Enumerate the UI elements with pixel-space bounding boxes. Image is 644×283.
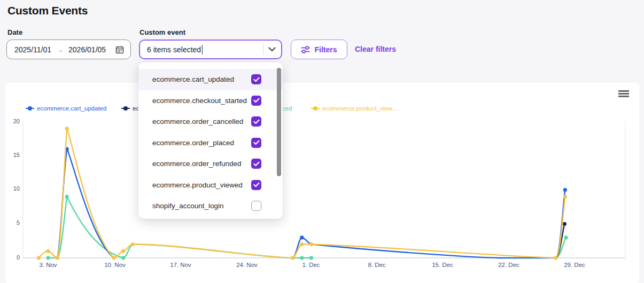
filters-button-label: Filters — [314, 45, 337, 54]
checkbox-checked[interactable] — [251, 180, 261, 190]
calendar-icon[interactable] — [115, 45, 124, 54]
custom-event-value: 6 items selected — [147, 45, 201, 54]
option-label: ecommerce.order_refunded — [152, 160, 251, 168]
checkbox-checked[interactable] — [251, 96, 261, 106]
option-label: ecommerce.checkout_started — [152, 97, 251, 105]
checkbox-unchecked[interactable] — [251, 201, 261, 211]
dropdown-option-order-placed[interactable]: ecommerce.order_placed — [138, 132, 283, 154]
line-chart-plot — [5, 83, 639, 283]
text-cursor — [202, 45, 203, 54]
checkbox-checked[interactable] — [251, 116, 261, 127]
option-label: ecommerce.cart_updated — [152, 75, 251, 83]
sliders-icon — [301, 46, 310, 53]
filters-button[interactable]: Filters — [291, 40, 347, 59]
date-end-value: 2026/01/05 — [68, 45, 106, 54]
dropdown-option-shopify-account-login[interactable]: shopify_account_login — [138, 195, 283, 217]
checkbox-checked[interactable] — [251, 159, 261, 169]
custom-event-combobox[interactable]: 6 items selected — [139, 40, 282, 59]
date-range-arrow-icon: → — [56, 45, 64, 54]
date-filter-label: Date — [7, 28, 22, 36]
chevron-down-icon[interactable] — [268, 47, 276, 52]
checkbox-checked[interactable] — [251, 74, 261, 84]
date-start-value: 2025/11/01 — [14, 45, 51, 54]
page-title: Custom Events — [7, 4, 88, 17]
dropdown-option-checkout-started[interactable]: ecommerce.checkout_started — [138, 90, 283, 112]
option-label: shopify_account_login — [152, 202, 251, 210]
dropdown-option-cart-updated[interactable]: ecommerce.cart_updated — [138, 69, 283, 90]
dropdown-scrollbar[interactable] — [277, 68, 281, 176]
option-label: ecommerce.order_cancelled — [152, 117, 251, 125]
custom-event-filter-label: Custom event — [139, 28, 185, 36]
input-divider — [263, 44, 263, 55]
date-range-input[interactable]: 2025/11/01 → 2026/01/05 — [6, 40, 131, 59]
option-label: ecommerce.product_viewed — [152, 181, 251, 189]
checkbox-checked[interactable] — [251, 138, 261, 148]
custom-event-dropdown: ecommerce.cart_updated ecommerce.checkou… — [138, 62, 283, 219]
dropdown-option-order-refunded[interactable]: ecommerce.order_refunded — [138, 153, 283, 175]
clear-filters-link[interactable]: Clear filters — [355, 45, 396, 53]
dropdown-option-product-viewed[interactable]: ecommerce.product_viewed — [138, 175, 283, 196]
chart-card: ecommerce.cart_updated ecommerce.checkou… — [5, 83, 639, 283]
dropdown-option-order-cancelled[interactable]: ecommerce.order_cancelled — [138, 111, 283, 132]
series-cart-updated — [58, 147, 567, 258]
series-product-viewed — [37, 127, 567, 260]
option-label: ecommerce.order_placed — [152, 139, 251, 147]
